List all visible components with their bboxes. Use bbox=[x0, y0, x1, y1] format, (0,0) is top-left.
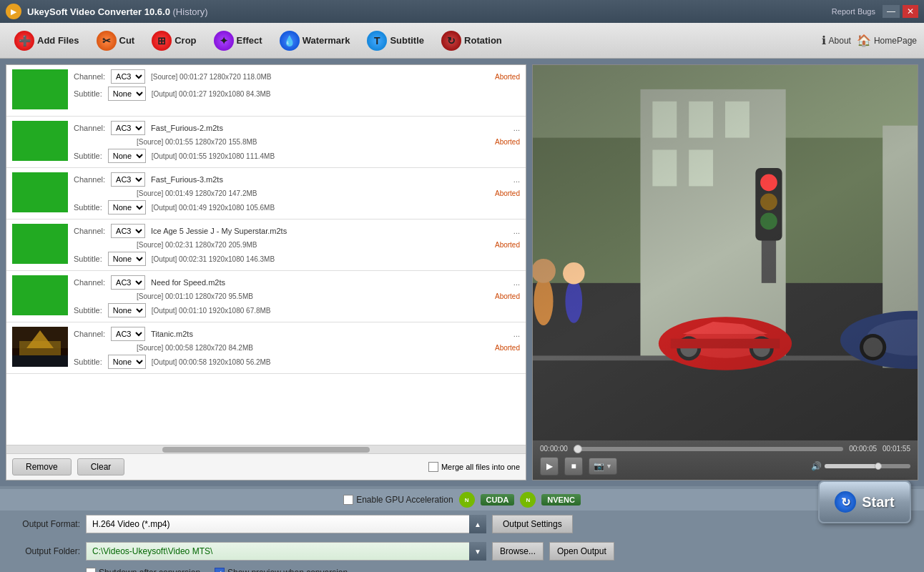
file-name: Titanic.m2ts bbox=[151, 330, 508, 338]
output-settings-button[interactable]: Output Settings bbox=[492, 515, 573, 533]
file-row2: [Source] 00:01:49 1280x720 147.2MB Abort… bbox=[74, 189, 520, 197]
homepage-icon: 🏠 bbox=[857, 34, 871, 47]
video-panel: 00:00:00 00:00:05 00:01:55 ▶ ■ 📷 ▼ bbox=[532, 64, 918, 480]
file-list-scroll[interactable]: Channel: AC3 [Source] 00:01:27 1280x720 … bbox=[6, 65, 526, 445]
video-preview bbox=[533, 65, 918, 440]
svg-rect-4 bbox=[12, 355, 68, 367]
crop-button[interactable]: ⊞ Crop bbox=[144, 28, 203, 54]
subtitle-select[interactable]: None bbox=[108, 87, 146, 101]
horizontal-scrollbar[interactable] bbox=[6, 445, 526, 453]
channel-select[interactable]: AC3 bbox=[111, 275, 145, 290]
close-button[interactable]: ✕ bbox=[903, 5, 918, 18]
subtitle-label: Subtitle: bbox=[74, 152, 102, 160]
add-files-button[interactable]: ➕ Add Files bbox=[7, 28, 87, 54]
minimize-button[interactable]: — bbox=[883, 5, 900, 18]
subtitle-select[interactable]: None bbox=[108, 200, 146, 214]
cuda-badge: CUDA bbox=[481, 494, 515, 506]
merge-label: Merge all files into one bbox=[441, 463, 520, 471]
start-section: ↻ Start bbox=[818, 480, 911, 523]
gpu-row: Enable GPU Acceleration N CUDA N NVENC bbox=[0, 489, 924, 511]
subtitle-select[interactable]: None bbox=[108, 149, 146, 163]
volume-area: 🔊 bbox=[811, 461, 910, 471]
effect-button[interactable]: ✦ Effect bbox=[207, 28, 270, 54]
file-options[interactable]: ... bbox=[513, 124, 520, 132]
file-item: Channel: AC3 Fast_Furious-2.m2ts ... [So… bbox=[6, 117, 526, 168]
file-status: Aborted bbox=[495, 344, 520, 352]
timeline-bar[interactable] bbox=[574, 447, 843, 451]
channel-select[interactable]: AC3 bbox=[111, 69, 145, 84]
file-row1: Channel: AC3 Need for Speed.m2ts ... bbox=[74, 275, 520, 290]
file-list-panel: Channel: AC3 [Source] 00:01:27 1280x720 … bbox=[6, 64, 526, 480]
folder-input[interactable] bbox=[86, 542, 486, 561]
file-options[interactable]: ... bbox=[513, 175, 520, 184]
open-output-button[interactable]: Open Output bbox=[549, 542, 614, 561]
file-output: [Output] 00:00:58 1920x1080 56.2MB bbox=[152, 358, 271, 366]
preview-label: Show preview when conversion bbox=[227, 568, 348, 572]
file-item: Channel: AC3 Need for Speed.m2ts ... [So… bbox=[6, 271, 526, 322]
watermark-button[interactable]: 💧 Watermark bbox=[272, 28, 358, 54]
channel-select[interactable]: AC3 bbox=[111, 327, 145, 341]
camera-icon: 📷 bbox=[594, 461, 604, 471]
subtitle-select[interactable]: None bbox=[108, 252, 146, 266]
file-name: Fast_Furious-3.m2ts bbox=[151, 175, 508, 184]
channel-select[interactable]: AC3 bbox=[111, 121, 145, 135]
subtitle-select[interactable]: None bbox=[108, 355, 146, 369]
stop-button[interactable]: ■ bbox=[564, 457, 583, 475]
file-item: Channel: AC3 Ice Age 5 Jessie J - My Sup… bbox=[6, 220, 526, 271]
start-button[interactable]: ↻ Start bbox=[818, 480, 911, 523]
volume-bar[interactable] bbox=[825, 464, 910, 468]
timeline-thumb[interactable] bbox=[574, 445, 582, 453]
folder-dropdown-arrow[interactable]: ▼ bbox=[469, 542, 486, 561]
file-output: [Output] 00:01:10 1920x1080 67.8MB bbox=[152, 307, 271, 315]
scrollbar-thumb[interactable] bbox=[162, 447, 370, 453]
gpu-checkbox[interactable] bbox=[343, 495, 353, 505]
play-button[interactable]: ▶ bbox=[540, 457, 559, 475]
watermark-icon: 💧 bbox=[280, 31, 300, 51]
cut-button[interactable]: ✂ Cut bbox=[89, 28, 142, 54]
file-row3: Subtitle: None [Output] 00:01:49 1920x10… bbox=[74, 200, 520, 214]
channel-select[interactable]: AC3 bbox=[111, 224, 145, 238]
camera-dropdown-arrow[interactable]: ▼ bbox=[606, 463, 612, 470]
merge-checkbox[interactable] bbox=[428, 462, 438, 472]
file-meta: Channel: AC3 [Source] 00:01:27 1280x720 … bbox=[74, 69, 520, 101]
channel-select[interactable]: AC3 bbox=[111, 172, 145, 187]
file-row2: [Source] 00:01:10 1280x720 95.5MB Aborte… bbox=[74, 292, 520, 300]
file-row1: Channel: AC3 [Source] 00:01:27 1280x720 … bbox=[74, 69, 520, 84]
rotation-button[interactable]: ↻ Rotation bbox=[434, 28, 509, 54]
format-dropdown-arrow[interactable]: ▲ bbox=[469, 515, 486, 533]
format-input[interactable] bbox=[86, 515, 486, 533]
file-options[interactable]: ... bbox=[513, 278, 520, 287]
time-start: 00:00:00 bbox=[540, 445, 568, 453]
file-name: Need for Speed.m2ts bbox=[151, 278, 508, 287]
file-options[interactable]: ... bbox=[513, 330, 520, 338]
file-status: Aborted bbox=[495, 138, 520, 146]
video-controls: 00:00:00 00:00:05 00:01:55 ▶ ■ 📷 ▼ bbox=[533, 440, 918, 480]
file-output: [Output] 00:01:27 1920x1080 84.3MB bbox=[152, 90, 271, 98]
remove-button[interactable]: Remove bbox=[12, 458, 72, 475]
format-label: Output Format: bbox=[9, 519, 80, 529]
subtitle-label: Subtitle: bbox=[74, 255, 102, 263]
subtitle-icon: T bbox=[367, 31, 387, 51]
volume-thumb[interactable] bbox=[875, 463, 882, 470]
subtitle-button[interactable]: T Subtitle bbox=[360, 28, 431, 54]
clear-button[interactable]: Clear bbox=[77, 458, 125, 475]
volume-fill bbox=[825, 464, 876, 468]
report-bugs-link[interactable]: Report Bugs bbox=[832, 7, 875, 16]
screenshot-button[interactable]: 📷 ▼ bbox=[589, 458, 617, 475]
file-source: [Source] 00:00:58 1280x720 84.2MB bbox=[137, 344, 253, 352]
about-button[interactable]: ℹ About bbox=[822, 34, 851, 47]
browse-button[interactable]: Browse... bbox=[492, 542, 544, 561]
subtitle-select[interactable]: None bbox=[108, 303, 146, 317]
file-row2: [Source] 00:00:58 1280x720 84.2MB Aborte… bbox=[74, 344, 520, 352]
file-options[interactable]: ... bbox=[513, 227, 520, 235]
channel-label: Channel: bbox=[74, 72, 105, 81]
preview-checkbox[interactable]: ✓ bbox=[215, 568, 225, 572]
volume-icon: 🔊 bbox=[811, 461, 822, 471]
homepage-button[interactable]: 🏠 HomePage bbox=[857, 34, 917, 47]
about-icon: ℹ bbox=[822, 34, 826, 47]
shutdown-checkbox[interactable] bbox=[86, 568, 96, 572]
nvidia-logo-2: N bbox=[520, 492, 536, 508]
file-thumbnail bbox=[12, 121, 68, 161]
output-format-row: Output Format: ▲ Output Settings bbox=[0, 511, 924, 538]
merge-check: Merge all files into one bbox=[428, 462, 520, 472]
